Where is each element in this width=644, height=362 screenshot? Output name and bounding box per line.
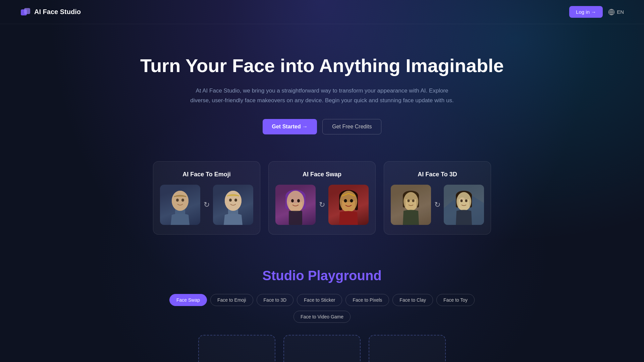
tab-face-sticker[interactable]: Face to Sticker: [297, 294, 342, 306]
svg-point-22: [297, 199, 300, 202]
feature-card-emoji[interactable]: AI Face To Emoji ↻: [153, 161, 260, 235]
header: AI Face Studio Log in → EN: [0, 0, 644, 24]
svg-point-28: [340, 191, 357, 212]
playground-section: Studio Playground Face Swap Face to Emoj…: [0, 255, 644, 362]
svg-point-21: [291, 199, 294, 202]
svg-point-8: [172, 191, 189, 211]
emoji-face-1: [160, 185, 200, 225]
svg-point-45: [457, 192, 471, 211]
preview-card-1: [198, 335, 275, 362]
get-free-credits-button[interactable]: Get Free Credits: [322, 119, 381, 134]
login-button[interactable]: Log in →: [569, 6, 603, 18]
globe-icon: [608, 9, 615, 15]
card-emoji-title: AI Face To Emoji: [161, 171, 252, 178]
3d-face-1: [391, 185, 431, 225]
card-swap-title: AI Face Swap: [277, 171, 367, 178]
svg-point-15: [234, 198, 237, 201]
card-3d-images: ↻: [392, 185, 483, 225]
preview-card-3: [369, 335, 446, 362]
logo: AI Face Studio: [20, 7, 81, 17]
tab-face-3d[interactable]: Face to 3D: [257, 294, 293, 306]
swap-arrow-2: ↻: [319, 200, 325, 209]
svg-point-10: [181, 198, 184, 201]
feature-cards: AI Face To Emoji ↻: [0, 155, 644, 255]
get-started-button[interactable]: Get Started →: [263, 119, 317, 134]
hero-buttons: Get Started → Get Free Credits: [67, 119, 577, 134]
hero-section: Turn Your Face into Anything Imaginable …: [0, 24, 644, 155]
tab-face-clay[interactable]: Face to Clay: [392, 294, 433, 306]
hero-title: Turn Your Face into Anything Imaginable: [67, 54, 577, 77]
swap-arrow-1: ↻: [204, 200, 210, 209]
tab-face-video-game[interactable]: Face to Video Game: [293, 311, 351, 323]
svg-point-14: [229, 198, 232, 201]
logo-icon: [20, 7, 31, 17]
logo-text: AI Face Studio: [34, 8, 81, 16]
tab-face-pixels[interactable]: Face to Pixels: [345, 294, 389, 306]
svg-point-29: [344, 199, 347, 202]
3d-face-2: [444, 185, 484, 225]
svg-rect-23: [289, 211, 302, 225]
feature-card-3d[interactable]: AI Face To 3D: [384, 161, 491, 235]
playground-previews: [67, 335, 577, 362]
svg-point-20: [287, 191, 304, 212]
language-button[interactable]: EN: [608, 9, 624, 15]
svg-point-30: [350, 199, 353, 202]
svg-point-48: [465, 199, 468, 202]
tab-face-swap[interactable]: Face Swap: [169, 294, 207, 306]
swap-face-1: [275, 185, 316, 225]
card-3d-title: AI Face To 3D: [392, 171, 483, 178]
svg-point-13: [225, 191, 241, 211]
header-right: Log in → EN: [569, 6, 624, 18]
svg-rect-1: [24, 8, 30, 14]
hero-subtitle: At AI Face Studio, we bring you a straig…: [188, 86, 456, 106]
filter-tabs-row2: Face to Video Game: [67, 311, 577, 323]
card-emoji-images: ↻: [161, 185, 252, 225]
playground-title: Studio Playground: [67, 268, 577, 283]
emoji-face-2: [213, 185, 253, 225]
lang-label: EN: [617, 9, 624, 15]
swap-arrow-3: ↻: [434, 200, 440, 209]
filter-tabs-row1: Face Swap Face to Emoji Face to 3D Face …: [67, 294, 577, 306]
tab-face-toy[interactable]: Face to Toy: [436, 294, 475, 306]
card-swap-images: ↻: [277, 185, 367, 225]
svg-rect-39: [391, 185, 431, 225]
svg-point-47: [461, 199, 463, 202]
preview-card-2: [283, 335, 361, 362]
tab-face-emoji[interactable]: Face to Emoji: [210, 294, 253, 306]
feature-card-swap[interactable]: AI Face Swap ↻: [268, 161, 376, 235]
svg-point-9: [176, 198, 179, 201]
swap-face-2: [328, 185, 369, 225]
